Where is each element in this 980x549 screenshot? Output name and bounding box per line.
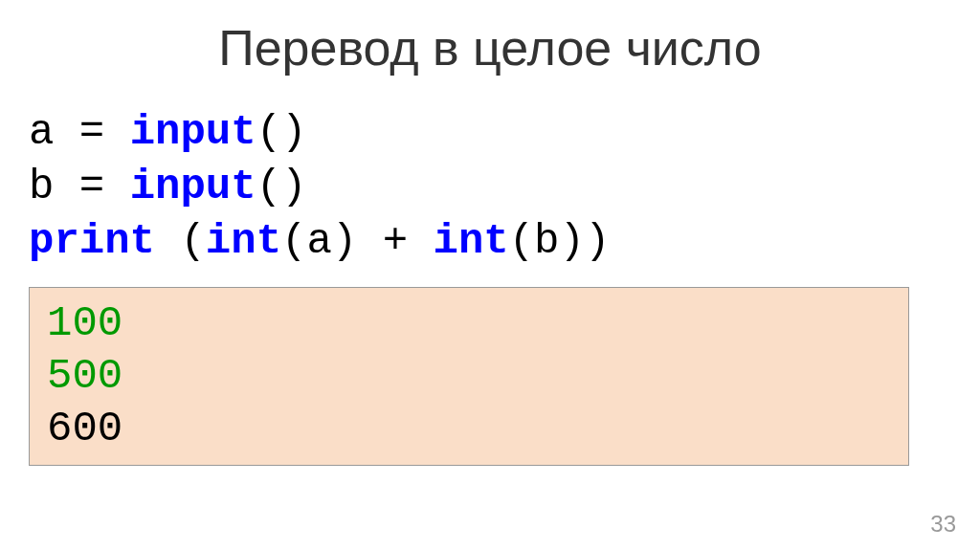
code-text: b = (29, 163, 130, 210)
code-text: () (256, 163, 307, 210)
output-line-1: 100 (47, 297, 891, 350)
code-keyword-print: print (29, 217, 155, 265)
output-box: 100 500 600 (29, 287, 909, 466)
code-text: () (256, 108, 307, 156)
code-line-2: b = input() (29, 160, 980, 214)
code-line-3: print (int(a) + int(b)) (29, 214, 980, 269)
page-number: 33 (930, 511, 956, 538)
code-text: (a) + (281, 217, 433, 265)
code-text: (b)) (509, 217, 611, 265)
code-line-1: a = input() (29, 105, 980, 160)
slide-title: Перевод в целое число (0, 0, 980, 105)
code-keyword-input: input (130, 163, 256, 210)
code-text: a = (29, 108, 130, 156)
code-keyword-int: int (206, 217, 281, 265)
code-keyword-int: int (434, 217, 509, 265)
code-text: ( (155, 217, 206, 265)
output-line-3: 600 (47, 403, 891, 455)
code-block: a = input() b = input() print (int(a) + … (0, 105, 980, 270)
code-keyword-input: input (130, 108, 256, 156)
output-line-2: 500 (47, 350, 891, 403)
